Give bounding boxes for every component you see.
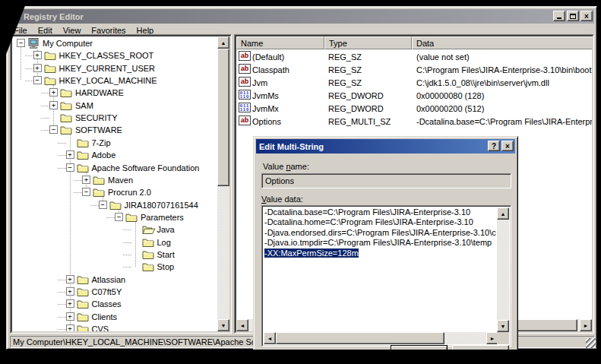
value-data-lines[interactable]: -Dcatalina.base=C:\Program Files\JIRA-En…: [264, 207, 496, 331]
tree-item-clients[interactable]: +Clients: [12, 311, 229, 323]
tree-item-classes[interactable]: +Classes: [12, 298, 229, 310]
tree-item-parameters[interactable]: −Parameters: [12, 211, 229, 223]
registry-value-row-options[interactable]: abOptionsREG_MULTI_SZ-Dcatalina.base=C:\…: [236, 115, 592, 128]
expand-icon[interactable]: +: [66, 324, 74, 332]
folder-icon: [125, 212, 138, 224]
tree-item-maven[interactable]: +Maven: [12, 174, 229, 186]
tree-item-c07ft5y[interactable]: +C07ft5Y: [12, 286, 229, 298]
tree-item-my-computer[interactable]: −My Computer: [12, 37, 229, 49]
dialog-close-button[interactable]: ×: [501, 141, 514, 151]
value-name-field[interactable]: Options: [261, 173, 511, 188]
tree-item-label: HKEY_LOCAL_MACHINE: [59, 76, 157, 85]
tree-item-cvs[interactable]: +CVS: [12, 323, 229, 332]
tree-item-procrun-2-0[interactable]: −Procrun 2.0: [12, 186, 229, 198]
column-header-type[interactable]: Type: [324, 36, 412, 49]
expand-icon[interactable]: +: [33, 64, 42, 72]
textarea-vscrollbar[interactable]: ▲ ▼: [497, 207, 509, 332]
dialog-help-button[interactable]: ?: [488, 141, 500, 151]
expand-icon[interactable]: +: [66, 150, 74, 159]
minimize-button[interactable]: [553, 11, 565, 21]
collapse-icon[interactable]: −: [17, 39, 25, 47]
window-titlebar[interactable]: Registry Editor ×: [9, 9, 594, 24]
tree-vscroll-thumb[interactable]: [217, 49, 229, 186]
textarea-hscroll-thumb[interactable]: [276, 332, 444, 344]
registry-value-row-jvmms[interactable]: 011110JvmMsREG_DWORD0x00000080 (128): [236, 89, 592, 102]
expand-icon[interactable]: +: [66, 275, 74, 283]
tree-item-apache-software-foundation[interactable]: −Apache Software Foundation: [12, 162, 229, 174]
tree-item-hkey-local-machine[interactable]: −HKEY_LOCAL_MACHINE: [12, 74, 229, 87]
expand-icon[interactable]: +: [33, 51, 42, 59]
tree-item-atlassian[interactable]: +Atlassian: [12, 274, 229, 286]
tree-item-java[interactable]: Java: [12, 223, 229, 236]
expand-icon[interactable]: +: [82, 176, 90, 184]
folder-icon: [93, 187, 105, 199]
tree-item-software[interactable]: −SOFTWARE: [12, 124, 229, 136]
tree-item-stop[interactable]: Stop: [12, 261, 229, 273]
tree-item-jira180707161544[interactable]: −JIRA180707161544: [12, 199, 229, 211]
tree-scroll-down-button[interactable]: ▼: [217, 319, 229, 331]
tree-item-start[interactable]: Start: [12, 248, 229, 261]
tree-connector: [58, 329, 66, 330]
registry-value-row-jvm[interactable]: abJvmREG_SZC:\jdk1.5.0_08\\jre\bin\serve…: [236, 76, 592, 89]
tree-item-hkey-classes-root[interactable]: +HKEY_CLASSES_ROOT: [12, 49, 229, 62]
tree-connector: [41, 130, 49, 131]
folder-icon: [77, 299, 89, 311]
collapse-icon[interactable]: −: [49, 125, 58, 134]
textarea-hscrollbar[interactable]: ◄ ►: [264, 332, 498, 344]
expand-icon[interactable]: +: [49, 88, 58, 97]
registry-value-row-classpath[interactable]: abClasspathREG_SZC:\Program Files\JIRA-E…: [236, 63, 592, 76]
value-name: Jvm: [252, 78, 267, 87]
collapse-icon[interactable]: −: [33, 76, 42, 84]
arrow-left-icon: ◄: [267, 336, 273, 341]
close-icon: ×: [505, 142, 510, 150]
tree-item-adobe[interactable]: +Adobe: [12, 149, 229, 161]
list-scroll-right-button[interactable]: ►: [580, 319, 592, 331]
close-button[interactable]: ×: [580, 11, 593, 21]
maximize-button[interactable]: [567, 11, 579, 21]
value-data-line[interactable]: -Dcatalina.home=C:\Program Files\JIRA-En…: [264, 217, 473, 226]
expand-icon[interactable]: +: [66, 287, 74, 296]
value-data-textarea[interactable]: -Dcatalina.base=C:\Program Files\JIRA-En…: [261, 205, 511, 347]
tree-viewport[interactable]: −My Computer+HKEY_CLASSES_ROOT+HKEY_CURR…: [11, 36, 230, 332]
textarea-scroll-down-button[interactable]: ▼: [497, 320, 509, 332]
expand-icon[interactable]: +: [66, 312, 74, 321]
tree-item-sam[interactable]: +SAM: [12, 100, 229, 112]
expand-icon[interactable]: +: [49, 101, 58, 109]
value-data-line-selected[interactable]: -XX:MaxPermSize=128m: [264, 248, 359, 258]
value-name: (Default): [252, 52, 284, 62]
value-name-text: Options: [265, 176, 294, 185]
tree-item-security[interactable]: SECURITY: [12, 112, 229, 124]
arrow-up-icon: ▲: [221, 40, 226, 46]
tree-connector: [58, 280, 66, 280]
value-name: JvmMx: [252, 104, 279, 113]
tree-scroll-up-button[interactable]: ▲: [217, 36, 229, 49]
tree-item-hardware[interactable]: +HARDWARE: [12, 87, 229, 99]
resize-grip[interactable]: [586, 338, 596, 348]
folder-icon: [109, 200, 122, 212]
value-data-line[interactable]: -Dcatalina.base=C:\Program Files\JIRA-En…: [264, 207, 470, 217]
minimize-icon: [557, 17, 561, 19]
collapse-icon[interactable]: −: [66, 163, 74, 172]
registry-value-row--default-[interactable]: ab(Default)REG_SZ(value not set): [236, 50, 592, 63]
edit-multi-string-dialog: Edit Multi-String ? × Value name: Option…: [253, 136, 518, 364]
textarea-scroll-up-button[interactable]: ▲: [497, 207, 509, 220]
column-header-data[interactable]: Data: [412, 36, 593, 49]
folder-icon: [44, 63, 56, 75]
expand-icon[interactable]: +: [66, 299, 74, 308]
textarea-scroll-left-button[interactable]: ◄: [264, 332, 276, 344]
registry-value-row-jvmmx[interactable]: 011110JvmMxREG_DWORD0x00000200 (512): [236, 102, 592, 115]
collapse-icon[interactable]: −: [115, 213, 123, 221]
tree-vscrollbar[interactable]: ▲ ▼: [217, 36, 229, 331]
column-header-name[interactable]: Name: [236, 36, 324, 49]
collapse-icon[interactable]: −: [82, 188, 90, 196]
tree-item-7-zip[interactable]: 7-Zip: [12, 137, 229, 149]
tree-item-log[interactable]: Log: [12, 236, 229, 248]
tree-item-hkey-current-user[interactable]: +HKEY_CURRENT_USER: [12, 62, 229, 74]
window-title: Registry Editor: [24, 12, 84, 21]
tree-connector: [58, 292, 66, 293]
value-data-line[interactable]: -Djava.endorsed.dirs=C:\Program Files\JI…: [264, 228, 496, 237]
value-data-line[interactable]: -Djava.io.tmpdir=C:\Program Files\JIRA-E…: [264, 238, 492, 247]
list-scroll-left-button[interactable]: ◄: [236, 319, 248, 331]
dialog-titlebar[interactable]: Edit Multi-String ? ×: [256, 139, 515, 154]
collapse-icon[interactable]: −: [99, 201, 107, 209]
